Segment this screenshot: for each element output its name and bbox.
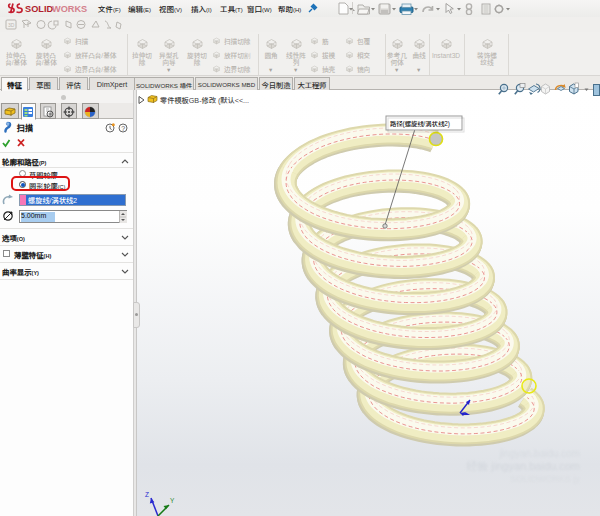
svg-text:Y: Y bbox=[170, 497, 175, 504]
svg-text:?: ? bbox=[121, 125, 125, 132]
svg-text:3D: 3D bbox=[8, 22, 15, 28]
svg-text:Z: Z bbox=[145, 491, 149, 498]
svg-text:SOLID: SOLID bbox=[25, 4, 53, 14]
svg-text:WORKS: WORKS bbox=[52, 4, 87, 14]
